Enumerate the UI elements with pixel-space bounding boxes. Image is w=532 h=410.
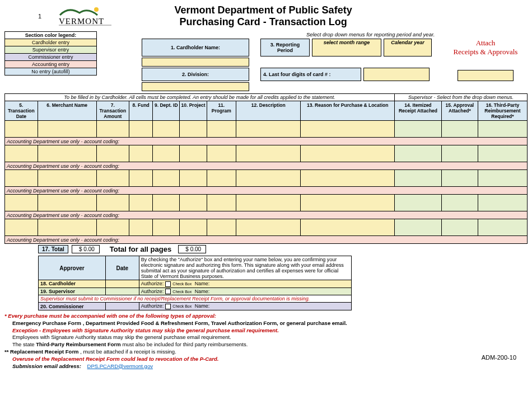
cardholder-cell[interactable]	[153, 219, 180, 236]
page-number: 1	[38, 13, 41, 20]
cardholder-cell[interactable]	[301, 121, 395, 138]
cardholder-cell[interactable]	[96, 170, 129, 187]
reporting-year-select[interactable]: Calendar year	[384, 39, 432, 56]
accounting-coding-row: Accounting Department use only - account…	[5, 211, 528, 219]
supervisor-cell[interactable]	[478, 195, 527, 211]
cardholder-cell[interactable]	[180, 121, 207, 138]
cardholder-cell[interactable]	[207, 195, 236, 211]
total-17-value: $ 0.00	[72, 245, 100, 253]
division-label: 2. Division:	[142, 68, 249, 81]
cardholder-cell[interactable]	[129, 145, 153, 162]
commissioner-sign-row: 20. Commissioner Authorize: Check Box Na…	[39, 303, 352, 310]
supervisor-cell[interactable]	[441, 195, 478, 211]
supervisor-cell[interactable]	[478, 170, 527, 187]
cardholder-cell[interactable]	[301, 145, 395, 162]
approver-table: Approver Date By checking the "Authorize…	[38, 256, 352, 310]
supervisor-cell[interactable]	[395, 195, 442, 211]
cardholder-cell[interactable]	[129, 219, 153, 236]
cardholder-cell[interactable]	[38, 145, 96, 162]
cardholder-cell[interactable]	[96, 121, 129, 138]
color-legend: Section color legend: Cardholder entry S…	[4, 31, 97, 76]
last4-input[interactable]	[363, 68, 430, 81]
cardholder-cell[interactable]	[236, 121, 301, 138]
supervisor-cell[interactable]	[441, 121, 478, 138]
cardholder-cell[interactable]	[180, 170, 207, 187]
cardholder-cell[interactable]	[153, 170, 180, 187]
cardholder-cell[interactable]	[180, 195, 207, 211]
last4-label: 4. Last four digits of card # :	[260, 68, 361, 81]
authorization-note: By checking the "Authorize" box and ente…	[139, 256, 351, 280]
supervisor-cell[interactable]	[395, 170, 442, 187]
cardholder-cell[interactable]	[301, 219, 395, 236]
attach-receipts-note: Attach Receipts & Approvals	[444, 39, 528, 56]
cardholder-cell[interactable]	[5, 195, 38, 211]
cardholder-cell[interactable]	[301, 170, 395, 187]
page-title: Vermont Department of Public Safety Purc…	[118, 4, 409, 28]
supervisor-cell[interactable]	[395, 145, 442, 162]
cardholder-name-input[interactable]	[142, 58, 249, 67]
cardholder-cell[interactable]	[96, 195, 129, 211]
supervisor-cell[interactable]	[441, 219, 478, 236]
cardholder-cell[interactable]	[236, 145, 301, 162]
cardholder-cell[interactable]	[129, 121, 153, 138]
cardholder-cell[interactable]	[153, 121, 180, 138]
cardholder-cell[interactable]	[96, 219, 129, 236]
footnotes: * Every purchase must be accompanied wit…	[4, 313, 528, 370]
cardholder-cell[interactable]	[38, 121, 96, 138]
accounting-coding-row: Accounting Department use only - account…	[5, 162, 528, 170]
cardholder-cell[interactable]	[38, 195, 96, 211]
cardholder-cell[interactable]	[5, 145, 38, 162]
cardholder-cell[interactable]	[5, 170, 38, 187]
cardholder-cell[interactable]	[129, 170, 153, 187]
totals-row: 17. Total $ 0.00 Total for all pages $ 0…	[38, 245, 528, 253]
cardholder-cell[interactable]	[153, 145, 180, 162]
supervisor-cell[interactable]	[441, 170, 478, 187]
table-row	[5, 121, 528, 138]
cardholder-cell[interactable]	[207, 170, 236, 187]
cardholder-cell[interactable]	[38, 219, 96, 236]
accounting-coding-row: Accounting Department use only - account…	[5, 236, 528, 244]
accounting-coding-row: Accounting Department use only - account…	[5, 138, 528, 145]
supervisor-cell[interactable]	[441, 145, 478, 162]
cardholder-cell[interactable]	[301, 195, 395, 211]
division-input[interactable]	[142, 82, 249, 91]
cardholder-cell[interactable]	[180, 219, 207, 236]
table-row	[5, 195, 528, 211]
submission-email-link[interactable]: DPS.PCARD@vermont.gov	[87, 363, 153, 369]
supervisor-cell[interactable]	[478, 219, 527, 236]
cardholder-cell[interactable]	[5, 219, 38, 236]
supervisor-cell[interactable]	[478, 121, 527, 138]
total-all-value: $ 0.00	[178, 245, 206, 253]
supervisor-cell[interactable]	[395, 121, 442, 138]
supervisor-authorize-checkbox[interactable]	[165, 289, 171, 294]
cardholder-cell[interactable]	[207, 121, 236, 138]
cardholder-cell[interactable]	[236, 219, 301, 236]
supervisor-cell[interactable]	[395, 219, 442, 236]
cardholder-cell[interactable]	[96, 145, 129, 162]
cardholder-cell[interactable]	[180, 145, 207, 162]
table-header-row: 5. Transaction Date 6. Merchant Name 7. …	[5, 101, 528, 121]
cardholder-cell[interactable]	[207, 145, 236, 162]
svg-point-0	[94, 7, 99, 12]
cardholder-name-label: 1. Cardholder Name:	[142, 39, 249, 56]
form-id: ADM-200-10	[482, 354, 516, 361]
cardholder-cell[interactable]	[207, 219, 236, 236]
commissioner-authorize-checkbox[interactable]	[165, 304, 171, 309]
cardholder-cell[interactable]	[236, 170, 301, 187]
supervisor-sign-row: 19. Supervisor Authorize: Check Box Name…	[39, 288, 352, 295]
cardholder-sign-row: 18. Cardholder Authorize: Check Box Name…	[39, 280, 352, 288]
table-row	[5, 145, 528, 162]
cardholder-cell[interactable]	[38, 170, 96, 187]
supervisor-cell[interactable]	[478, 145, 527, 162]
attach-box[interactable]	[458, 70, 514, 81]
cardholder-cell[interactable]	[129, 195, 153, 211]
cardholder-cell[interactable]	[236, 195, 301, 211]
dropdown-note: Select drop down menus for reporting per…	[306, 31, 528, 37]
cardholder-cell[interactable]	[153, 195, 180, 211]
cardholder-authorize-checkbox[interactable]	[165, 281, 171, 287]
reporting-period-label: 3. Reporting Period	[260, 39, 310, 56]
reporting-month-select[interactable]: select month range	[312, 39, 381, 56]
supervisor-warning: Supervisor must submit to Commissioner i…	[39, 295, 352, 303]
cardholder-cell[interactable]	[5, 121, 38, 138]
table-row	[5, 170, 528, 187]
